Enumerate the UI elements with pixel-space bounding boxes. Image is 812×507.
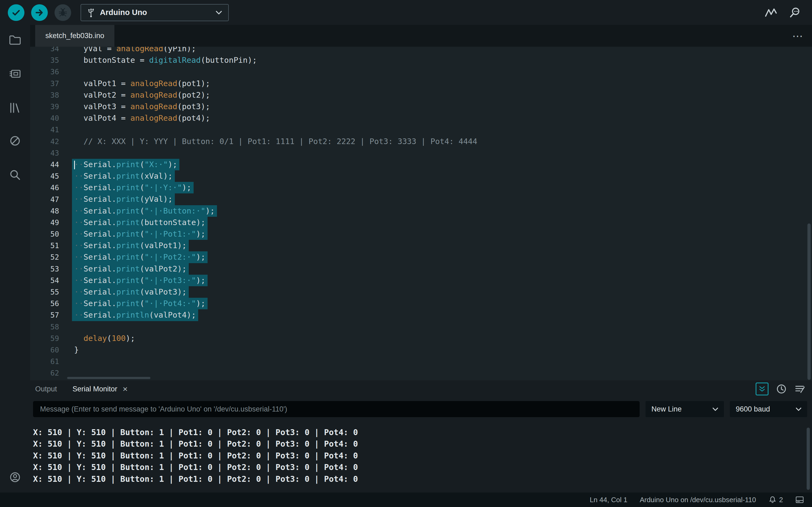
cursor-position[interactable]: Ln 44, Col 1 [590, 496, 627, 504]
tab-overflow-button[interactable]: ⋯ [792, 31, 803, 41]
code-line[interactable]: 48··Serial.print("·|·Button:·"); [30, 205, 812, 217]
code-line[interactable]: 43 [30, 147, 812, 159]
serial-plotter-button[interactable] [765, 7, 777, 18]
debug-button[interactable] [54, 4, 71, 21]
line-number[interactable]: 48 [30, 207, 67, 215]
line-number[interactable]: 61 [30, 357, 67, 365]
line-number[interactable]: 52 [30, 253, 67, 261]
line-number[interactable]: 53 [30, 265, 67, 273]
code-line[interactable]: 47··Serial.print(yVal); [30, 193, 812, 205]
code-line[interactable]: 51··Serial.print(valPot1); [30, 240, 812, 251]
code-line[interactable]: 59 delay(100); [30, 333, 812, 344]
tab-output[interactable]: Output [35, 385, 57, 393]
editor-vertical-scrollbar[interactable] [807, 223, 811, 380]
code-text: ··Serial.print(xVal); [72, 170, 175, 182]
serial-message-input[interactable] [33, 401, 640, 417]
code-line[interactable]: 58 [30, 321, 812, 333]
serial-scrollbar[interactable] [807, 428, 810, 490]
code-line[interactable]: 40 valPot4 = analogRead(pot4); [30, 112, 812, 124]
code-line[interactable]: 46··Serial.print("·|·Y:·"); [30, 182, 812, 193]
code-line[interactable]: 56··Serial.print("·|·Pot4:·"); [30, 298, 812, 309]
line-number[interactable]: 62 [30, 369, 67, 377]
code-line[interactable]: 55··Serial.print(valPot3); [30, 286, 812, 298]
code-lines: 34 yVal = analogRead(yPin);35 buttonStat… [30, 47, 812, 379]
line-number[interactable]: 44 [30, 160, 67, 169]
autoscroll-toggle[interactable] [756, 383, 768, 395]
code-line[interactable]: 34 yVal = analogRead(yPin); [30, 47, 812, 54]
line-number[interactable]: 43 [30, 149, 67, 157]
sidebar-item-boards-manager[interactable] [9, 68, 21, 79]
line-number[interactable]: 38 [30, 91, 67, 99]
serial-monitor-button[interactable] [789, 7, 801, 18]
code-line[interactable]: 50··Serial.print("·|·Pot1:·"); [30, 228, 812, 240]
code-text: ··Serial.print("·|·Pot4:·"); [72, 298, 208, 309]
editor-tab[interactable]: sketch_feb03b.ino [35, 25, 114, 47]
code-line[interactable]: 36 [30, 66, 812, 77]
line-number[interactable]: 59 [30, 334, 67, 343]
serial-output-line: X: 510 | Y: 510 | Button: 1 | Pot1: 0 | … [33, 461, 358, 473]
line-number[interactable]: 57 [30, 311, 67, 319]
line-number[interactable]: 40 [30, 114, 67, 122]
line-number[interactable]: 60 [30, 346, 67, 354]
line-number[interactable]: 49 [30, 218, 67, 227]
line-number[interactable]: 46 [30, 183, 67, 192]
timestamp-toggle[interactable] [776, 384, 787, 394]
upload-button[interactable] [31, 4, 48, 21]
code-line[interactable]: 38 valPot2 = analogRead(pot2); [30, 89, 812, 101]
line-number[interactable]: 36 [30, 68, 67, 76]
line-number[interactable]: 39 [30, 103, 67, 111]
code-line[interactable]: 45··Serial.print(xVal); [30, 170, 812, 182]
serial-output-line: X: 510 | Y: 510 | Button: 1 | Pot1: 0 | … [33, 450, 358, 461]
line-number[interactable]: 47 [30, 195, 67, 204]
notifications-button[interactable]: 2 [768, 496, 783, 504]
code-line[interactable]: 35 buttonState = digitalRead(buttonPin); [30, 54, 812, 66]
code-line[interactable]: 49··Serial.print(buttonState); [30, 217, 812, 228]
code-line[interactable]: 61 [30, 356, 812, 367]
clear-output-button[interactable] [794, 384, 805, 394]
code-line[interactable]: 44··Serial.print("X:·"); [30, 159, 812, 170]
line-number[interactable]: 51 [30, 241, 67, 250]
code-text: } [72, 344, 81, 356]
baud-rate-select[interactable]: 9600 baud [730, 401, 807, 417]
chevron-down-icon [706, 407, 718, 411]
editor-horizontal-scrollbar[interactable] [67, 377, 150, 379]
code-line[interactable]: 42 // X: XXX | Y: YYY | Button: 0/1 | Po… [30, 136, 812, 147]
line-number[interactable]: 54 [30, 276, 67, 285]
sidebar-item-library-manager[interactable] [9, 102, 21, 114]
chevron-down-icon [216, 11, 222, 14]
code-line[interactable]: 37 valPot1 = analogRead(pot1); [30, 78, 812, 89]
board-selector[interactable]: Arduino Uno [81, 4, 229, 21]
line-number[interactable]: 50 [30, 230, 67, 238]
tab-serial-monitor[interactable]: Serial Monitor × [72, 385, 128, 393]
code-line[interactable]: 39 valPot3 = analogRead(pot3); [30, 101, 812, 112]
sidebar-item-sketchbook[interactable] [9, 35, 21, 45]
line-number[interactable]: 37 [30, 79, 67, 88]
panel-toggle-button[interactable] [795, 496, 804, 504]
line-number[interactable]: 55 [30, 288, 67, 296]
code-line[interactable]: 54··Serial.print("·|·Pot3:·"); [30, 275, 812, 286]
verify-button[interactable] [8, 4, 24, 21]
code-line[interactable]: 53··Serial.print(valPot2); [30, 263, 812, 275]
serial-output[interactable]: X: 510 | Y: 510 | Button: 1 | Pot1: 0 | … [33, 427, 358, 485]
sidebar-item-debug[interactable] [9, 135, 21, 147]
line-number[interactable]: 56 [30, 299, 67, 308]
code-text: ··Serial.print("·|·Y:·"); [72, 182, 194, 193]
close-icon[interactable]: × [123, 385, 128, 393]
line-number[interactable]: 34 [30, 47, 67, 53]
clock-icon [776, 384, 787, 394]
line-ending-select[interactable]: New Line [646, 401, 724, 417]
code-editor[interactable]: 34 yVal = analogRead(yPin);35 buttonStat… [30, 47, 812, 380]
sidebar-item-search[interactable] [9, 169, 21, 181]
line-number[interactable]: 42 [30, 137, 67, 146]
line-number[interactable]: 58 [30, 323, 67, 331]
code-line[interactable]: 52··Serial.print("·|·Pot2:·"); [30, 251, 812, 263]
code-line[interactable]: 60} [30, 344, 812, 356]
board-port-status[interactable]: Arduino Uno on /dev/cu.usbserial-110 [640, 496, 756, 504]
line-number[interactable]: 35 [30, 56, 67, 64]
line-number[interactable]: 45 [30, 172, 67, 180]
code-line[interactable]: 57··Serial.println(valPot4); [30, 309, 812, 321]
code-text: ··Serial.print(valPot3); [72, 286, 189, 298]
code-line[interactable]: 41 [30, 124, 812, 135]
line-number[interactable]: 41 [30, 125, 67, 134]
sidebar-item-account[interactable] [9, 471, 21, 484]
